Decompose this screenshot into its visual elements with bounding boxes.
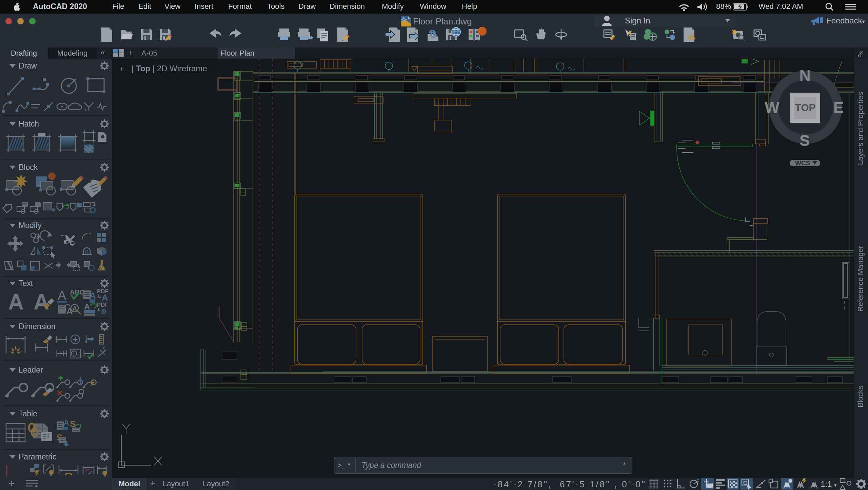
svg-text:Table: Table <box>19 409 37 418</box>
svg-text:A: A <box>72 305 77 312</box>
svg-text:Dimension: Dimension <box>19 322 56 331</box>
svg-text:W: W <box>765 99 780 116</box>
svg-text:Parametric: Parametric <box>19 452 56 461</box>
svg-text:A: A <box>8 290 24 314</box>
svg-text:.1: .1 <box>77 351 82 357</box>
svg-text:A: A <box>63 418 69 427</box>
svg-text:A: A <box>90 290 96 301</box>
svg-text:Text: Text <box>19 279 33 288</box>
svg-text:TOP: TOP <box>795 102 815 113</box>
svg-text:x: x <box>102 345 105 351</box>
svg-text:Draw: Draw <box>19 61 37 70</box>
svg-text:N: N <box>799 67 810 84</box>
svg-text:Leader: Leader <box>19 365 43 374</box>
svg-text:WCS: WCS <box>795 159 810 167</box>
svg-text:S: S <box>70 419 76 429</box>
svg-text:Block: Block <box>19 163 38 172</box>
svg-text:S: S <box>800 132 810 149</box>
svg-text:A: A <box>84 302 90 311</box>
svg-text:Hatch: Hatch <box>19 119 39 128</box>
svg-text:Modify: Modify <box>19 221 42 230</box>
svg-text:PDF: PDF <box>97 302 108 308</box>
svg-text:A: A <box>58 288 66 303</box>
svg-text:A: A <box>34 290 49 314</box>
svg-text:+: + <box>8 477 15 490</box>
svg-text:A: A <box>102 293 108 303</box>
svg-text:E: E <box>833 99 844 116</box>
